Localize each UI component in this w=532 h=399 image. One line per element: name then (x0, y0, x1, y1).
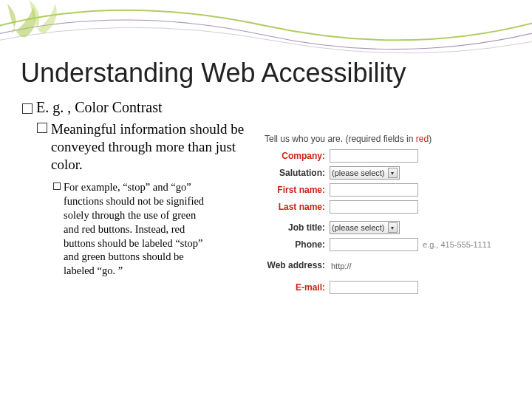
chevron-down-icon: ▾ (388, 222, 398, 233)
bullet-1-text: E. g. , Color Contrast (36, 99, 163, 116)
label-email: E-mail: (265, 282, 330, 293)
hint-phone: e.g., 415-555-1111 (423, 240, 491, 249)
select-jobtitle[interactable]: (please select) ▾ (330, 221, 400, 234)
label-phone: Phone: (265, 239, 330, 250)
static-web-prefix: http:// (330, 262, 352, 270)
label-lastname: Last name: (265, 202, 330, 212)
input-email[interactable] (330, 281, 418, 294)
label-web: Web address: (265, 261, 330, 270)
bullet-box-icon (37, 123, 47, 133)
input-phone[interactable] (330, 238, 418, 251)
input-lastname[interactable] (330, 200, 418, 214)
bullet-level-2: Meaningful information should be conveye… (37, 120, 265, 173)
input-firstname[interactable] (330, 183, 418, 197)
bullet-level-3: For example, “stop” and “go” functions s… (53, 180, 265, 278)
label-salutation: Salutation: (265, 168, 330, 178)
label-company: Company: (265, 151, 330, 161)
bullet-3-text: For example, “stop” and “go” functions s… (64, 180, 211, 278)
bullet-box-icon (22, 103, 33, 114)
slide-title: Understanding Web Accessibility (21, 58, 511, 89)
chevron-down-icon: ▾ (388, 168, 398, 178)
slide-decoration (0, 0, 532, 59)
input-company[interactable] (330, 149, 418, 163)
label-jobtitle: Job title: (265, 222, 330, 233)
form-hint: Tell us who you are. (required fields in… (265, 134, 511, 144)
bullet-2-text: Meaningful information should be conveye… (51, 120, 265, 173)
select-salutation[interactable]: (please select) ▾ (330, 166, 400, 180)
example-form-image: Tell us who you are. (required fields in… (265, 120, 511, 297)
bullet-level-1: E. g. , Color Contrast (22, 99, 511, 116)
bullet-box-icon (53, 183, 61, 190)
label-firstname: First name: (265, 185, 330, 195)
